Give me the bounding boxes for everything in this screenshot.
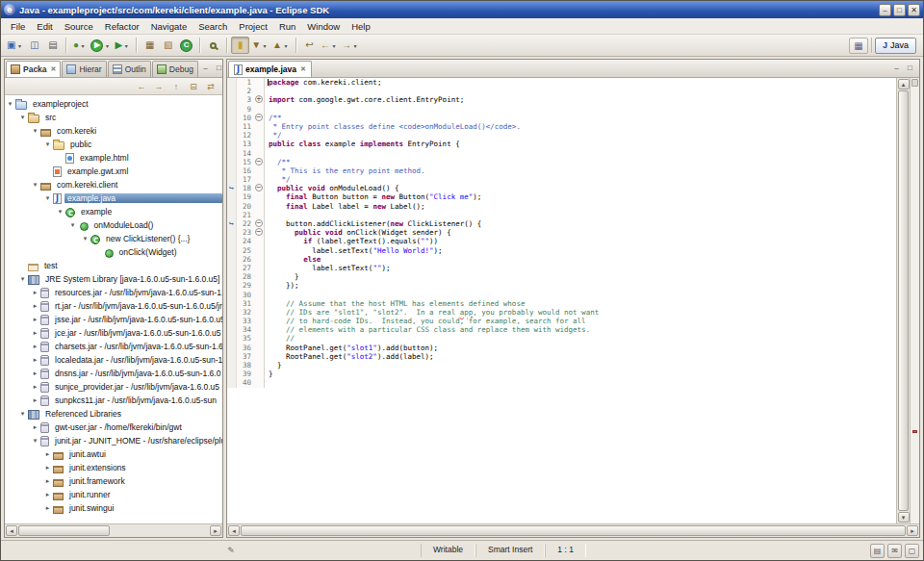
tree-item[interactable]: ▸gwt-user.jar - /home/fkereki/bin/gwt: [5, 421, 222, 434]
tree-expander-icon[interactable]: ▸: [42, 464, 53, 472]
code-line[interactable]: 36 RootPanel.get("slot1").add(button);: [227, 344, 896, 352]
tree-item[interactable]: ▾new ClickListener() {...}: [5, 232, 222, 245]
tree-item[interactable]: ▸junit.swingui: [5, 501, 222, 515]
tree-expander-icon[interactable]: ▸: [30, 396, 40, 404]
new-class-button[interactable]: C: [177, 37, 195, 54]
link-with-editor-button[interactable]: ⇄: [203, 80, 218, 93]
dropdown-arrow-icon[interactable]: ▾: [122, 42, 130, 49]
prev-annotation-button[interactable]: ▲▾: [270, 37, 292, 54]
last-edit-location-button[interactable]: ↩: [300, 37, 319, 54]
dropdown-arrow-icon[interactable]: ▾: [79, 42, 87, 49]
tree-item[interactable]: ▸rt.jar - /usr/lib/jvm/java-1.6.0.u5-sun…: [5, 299, 222, 313]
line-number[interactable]: 40: [237, 378, 254, 387]
tree-item[interactable]: ▸resources.jar - /usr/lib/jvm/java-1.6.0…: [5, 286, 222, 299]
scroll-right-icon[interactable]: ▸: [210, 525, 221, 536]
scrollbar-thumb[interactable]: [898, 90, 909, 511]
tree-expander-icon[interactable]: ▾: [17, 275, 28, 283]
tree-expander-icon[interactable]: ▾: [80, 235, 90, 242]
line-number[interactable]: 1: [237, 78, 254, 87]
forward-button[interactable]: →: [151, 80, 167, 93]
tree-expander-icon[interactable]: ▸: [42, 491, 53, 498]
code-line[interactable]: 27 label.setText("");: [227, 264, 896, 272]
back-button[interactable]: ←▾: [319, 37, 340, 54]
tree-expander-icon[interactable]: ▾: [67, 221, 78, 229]
code-line[interactable]: 40: [227, 378, 896, 387]
minimize-button[interactable]: –: [879, 4, 891, 16]
code-line[interactable]: 21: [227, 211, 896, 219]
line-number[interactable]: 36: [237, 344, 254, 352]
editor-vertical-scrollbar[interactable]: ▴ ▾: [896, 78, 910, 523]
menu-project[interactable]: Project: [233, 20, 273, 33]
view-tab-outlin[interactable]: Outlin: [108, 61, 151, 77]
code-line[interactable]: 28 }: [227, 272, 896, 281]
code-line[interactable]: 15− /**: [227, 158, 896, 166]
line-number[interactable]: 18: [237, 184, 254, 192]
line-number[interactable]: 23: [237, 228, 254, 237]
line-number[interactable]: 31: [237, 299, 254, 308]
collapse-all-button[interactable]: ⊟: [186, 80, 201, 93]
line-number[interactable]: 16: [237, 166, 254, 175]
scrollbar-thumb[interactable]: [241, 525, 906, 536]
tree-expander-icon[interactable]: ▸: [30, 356, 40, 364]
code-line[interactable]: 2: [227, 87, 896, 95]
tasks-icon[interactable]: ✉: [887, 544, 902, 558]
tree-item[interactable]: ▾junit.jar - JUNIT_HOME - /usr/share/ecl…: [5, 434, 222, 447]
line-number[interactable]: 34: [237, 325, 254, 334]
line-number[interactable]: 2: [237, 87, 254, 95]
line-number[interactable]: 37: [237, 352, 254, 361]
line-number[interactable]: 9: [237, 105, 254, 114]
code-line[interactable]: 19 final Button button = new Button("Cli…: [227, 192, 896, 201]
fold-toggle-icon[interactable]: −: [254, 158, 265, 166]
print-button[interactable]: ▤: [43, 37, 62, 54]
debug-button[interactable]: ●▾: [70, 37, 89, 54]
line-number[interactable]: 38: [237, 361, 254, 370]
tree-item[interactable]: ▸dnsns.jar - /usr/lib/jvm/java-1.6.0.u5-…: [5, 367, 222, 380]
code-line[interactable]: 34 // elements with a particular CSS cla…: [227, 325, 896, 334]
tree-expander-icon[interactable]: ▸: [42, 450, 53, 458]
code-line[interactable]: 24 if (label.getText().equals("")): [227, 237, 896, 245]
open-perspective-button[interactable]: ▦: [849, 38, 868, 54]
view-tab-hierar[interactable]: Hierar: [62, 61, 106, 77]
code-line[interactable]: 20 final Label label = new Label();: [227, 202, 896, 211]
line-number[interactable]: 30: [237, 291, 254, 299]
tree-item[interactable]: ▸localedata.jar - /usr/lib/jvm/java-1.6.…: [5, 353, 222, 367]
tree-item[interactable]: ▾exampleproject: [5, 97, 222, 111]
tree-item[interactable]: ▾example: [5, 205, 222, 218]
tree-expander-icon[interactable]: ▸: [30, 383, 40, 391]
line-number[interactable]: 17: [237, 175, 254, 184]
line-number[interactable]: 26: [237, 255, 254, 264]
code-line[interactable]: 37 RootPanel.get("slot2").add(label);: [227, 352, 896, 361]
tree-expander-icon[interactable]: ▾: [42, 194, 53, 202]
code-line[interactable]: 38 }: [227, 361, 896, 370]
menu-edit[interactable]: Edit: [31, 20, 58, 33]
minimize-editor-button[interactable]: –: [890, 63, 903, 75]
fold-toggle-icon[interactable]: −: [254, 228, 265, 237]
code-line[interactable]: 13public class example implements EntryP…: [227, 140, 896, 148]
code-line[interactable]: 12 */: [227, 131, 896, 140]
up-button[interactable]: ↑: [168, 80, 184, 93]
dropdown-arrow-icon[interactable]: ▾: [15, 42, 23, 49]
tree-expander-icon[interactable]: ▸: [30, 329, 40, 337]
code-line[interactable]: 31 // Assume that the host HTML has elem…: [227, 299, 896, 308]
tree-expander-icon[interactable]: ▸: [30, 370, 40, 377]
tree-item[interactable]: ▸sunpkcs11.jar - /usr/lib/jvm/java-1.6.0…: [5, 394, 222, 407]
code-line[interactable]: 10−/**: [227, 114, 896, 122]
code-line[interactable]: 26 else: [227, 255, 896, 264]
tree-expander-icon[interactable]: ▸: [30, 423, 40, 431]
save-button[interactable]: ◫: [25, 37, 43, 54]
tree-expander-icon[interactable]: ▾: [42, 140, 53, 148]
line-number[interactable]: 25: [237, 246, 254, 255]
code-line[interactable]: 30: [227, 291, 896, 299]
tree-expander-icon[interactable]: ▾: [30, 127, 40, 135]
line-number[interactable]: 27: [237, 264, 254, 272]
menu-window[interactable]: Window: [301, 20, 346, 33]
tree-item[interactable]: onClick(Widget): [5, 245, 222, 259]
line-number[interactable]: 3: [237, 95, 254, 104]
explorer-horizontal-scrollbar[interactable]: ◂ ▸: [5, 523, 222, 537]
spelling-annotation-mark[interactable]: [912, 430, 917, 433]
code-line[interactable]: 11 * Entry point classes define <code>on…: [227, 122, 896, 131]
tree-expander-icon[interactable]: ▾: [17, 410, 28, 418]
code-line[interactable]: 29 });: [227, 281, 896, 290]
line-number[interactable]: 29: [237, 281, 254, 290]
code-line[interactable]: 35 //: [227, 334, 896, 343]
